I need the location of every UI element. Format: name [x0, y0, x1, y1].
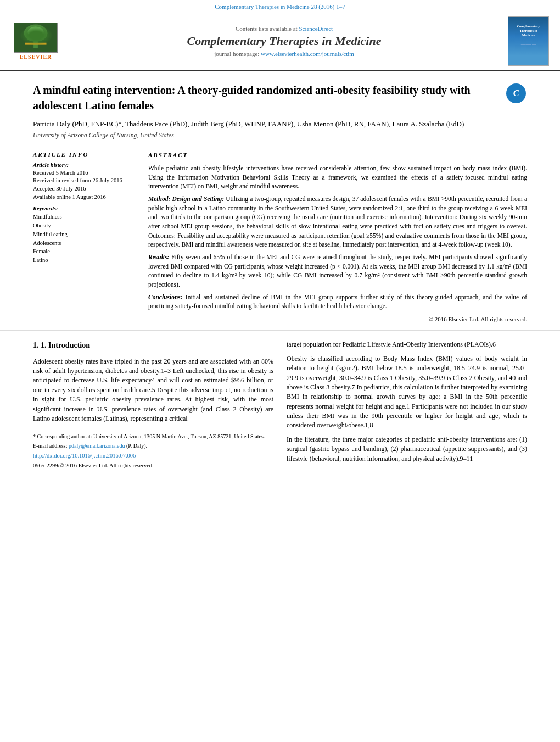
homepage-label: journal homepage: [214, 51, 259, 57]
issn-text: 0965-2299/© 2016 Elsevier Ltd. All right… [33, 461, 273, 470]
copyright-line: © 2016 Elsevier Ltd. All rights reserved… [148, 315, 527, 323]
journal-homepage: journal homepage: www.elsevierhealth.com… [71, 51, 497, 57]
intro-section-num: 1. [33, 341, 39, 349]
history-label: Article history: [33, 162, 132, 168]
right-para3: In the literature, the three major categ… [287, 435, 527, 464]
authors-text: Patricia Daly (PhD, FNP-BC)*, Thaddeus P… [33, 120, 464, 128]
keywords-label: Keywords: [33, 205, 132, 211]
article-info-heading: ARTICLE INFO [33, 151, 132, 158]
svg-text:C: C [513, 88, 519, 98]
journal-ref-text: Complementary Therapies in Medicine 28 (… [215, 3, 345, 10]
footnote-email-suffix: (P. Daly). [126, 443, 147, 449]
intro-para1: Adolescent obesity rates have tripled in… [33, 357, 273, 424]
keyword-mindfulness: Mindfulness [33, 213, 132, 221]
elsevier-logo-image [14, 23, 58, 53]
journal-header: ELSEVIER Contents lists available at Sci… [0, 12, 560, 71]
abstract-panel: ABSTRACT While pediatric anti-obesity li… [148, 151, 527, 324]
abstract-para4-label: Conclusions: [148, 294, 183, 300]
journal-url-text: www.elsevierhealth.com/journals/ctim [261, 51, 354, 57]
keyword-obesity: Obesity [33, 221, 132, 230]
abstract-para2: Method: Design and Setting: Utilizing a … [148, 194, 527, 249]
article-title-row: A mindful eating intervention: A theory-… [33, 82, 527, 113]
sciencedirect-text: ScienceDirect [299, 25, 333, 32]
left-column: 1. 1. Introduction Adolescent obesity ra… [33, 340, 273, 469]
svg-point-2 [27, 26, 43, 37]
keyword-adolescents: Adolescents [33, 239, 132, 248]
journal-cover-image: ComplementaryTherapies inMedicine ──────… [508, 16, 549, 66]
footer-links: http://dx.doi.org/10.1016/j.ctim.2016.07… [33, 451, 273, 469]
abstract-para2-label: Method: Design and Setting: [148, 196, 224, 202]
article-title: A mindful eating intervention: A theory-… [33, 82, 505, 113]
svg-rect-4 [25, 43, 47, 45]
journal-title: Complementary Therapies in Medicine [71, 34, 497, 48]
right-para2: Obesity is classified according to Body … [287, 354, 527, 431]
right-column: target population for Pediatric Lifestyl… [287, 340, 527, 469]
sciencedirect-link[interactable]: ScienceDirect [299, 25, 333, 32]
keywords-list: Mindfulness Obesity Mindful eating Adole… [33, 213, 132, 265]
elsevier-text: ELSEVIER [20, 54, 52, 60]
accepted-date: Accepted 30 July 2016 [33, 185, 132, 193]
contents-label: Contents lists available at [236, 25, 298, 32]
affiliation-line: University of Arizona College of Nursing… [33, 132, 527, 138]
crossmark-badge[interactable]: C [505, 82, 527, 104]
footnote-corresponding-text: * Corresponding author at: University of… [33, 433, 265, 439]
keyword-mindful-eating: Mindful eating [33, 230, 132, 239]
footnote-section: * Corresponding author at: University of… [33, 429, 273, 450]
svg-point-1 [24, 25, 48, 42]
footnote-email-text: pdaly@email.arizona.edu [69, 443, 125, 449]
abstract-para2-text: Utilizing a two-group, repeated measures… [148, 196, 527, 248]
keyword-latino: Latino [33, 256, 132, 265]
abstract-para3: Results: Fifty-seven and 65% of those in… [148, 253, 527, 289]
journal-url-link[interactable]: www.elsevierhealth.com/journals/ctim [261, 51, 354, 57]
journal-reference: Complementary Therapies in Medicine 28 (… [0, 0, 560, 12]
elsevier-logo: ELSEVIER [11, 23, 60, 60]
article-header: A mindful eating intervention: A theory-… [0, 71, 560, 144]
authors-line: Patricia Daly (PhD, FNP-BC)*, Thaddeus P… [33, 119, 527, 130]
abstract-para3-label: Results: [148, 254, 169, 260]
email-link[interactable]: pdaly@email.arizona.edu [69, 443, 125, 449]
article-info-panel: ARTICLE INFO Article history: Received 5… [33, 151, 132, 324]
svg-rect-3 [33, 38, 38, 48]
abstract-para4: Conclusions: Initial and sustained decli… [148, 293, 527, 311]
abstract-para4-text: Initial and sustained decline of BMI in … [148, 294, 527, 310]
doi-text: http://dx.doi.org/10.1016/j.ctim.2016.07… [33, 453, 136, 459]
keyword-female: Female [33, 247, 132, 256]
footnote-email-label: E-mail address: [33, 443, 67, 449]
crossmark-icon: C [506, 83, 526, 103]
doi-link[interactable]: http://dx.doi.org/10.1016/j.ctim.2016.07… [33, 451, 273, 460]
contents-available-line: Contents lists available at ScienceDirec… [71, 25, 497, 32]
footnote-email: E-mail address: pdaly@email.arizona.edu … [33, 442, 273, 450]
abstract-heading: ABSTRACT [148, 151, 527, 159]
article-info-abstract: ARTICLE INFO Article history: Received 5… [0, 144, 560, 331]
available-online-date: Available online 1 August 2016 [33, 193, 132, 202]
main-content: 1. 1. Introduction Adolescent obesity ra… [0, 331, 560, 478]
right-para1: target population for Pediatric Lifestyl… [287, 340, 527, 349]
footnote-corresponding: * Corresponding author at: University of… [33, 433, 273, 440]
received-date: Received 5 March 2016 [33, 169, 132, 177]
intro-heading-text: 1. Introduction [41, 341, 90, 349]
intro-heading: 1. 1. Introduction [33, 340, 273, 351]
journal-header-center: Contents lists available at ScienceDirec… [60, 25, 508, 57]
abstract-para3-text: Fifty-seven and 65% of those in the MEI … [148, 254, 527, 288]
abstract-para1: While pediatric anti-obesity lifestyle i… [148, 164, 527, 191]
received-revised-date: Received in revised form 26 July 2016 [33, 177, 132, 185]
